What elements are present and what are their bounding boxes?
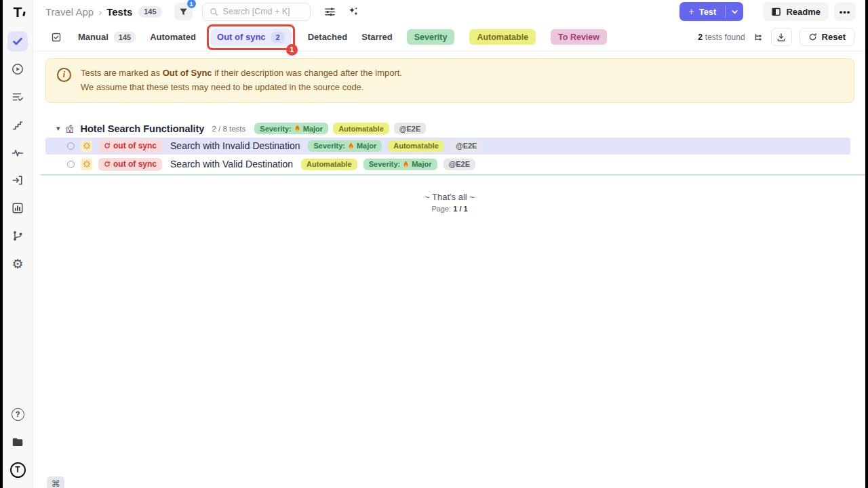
out-of-sync-label: out of sync <box>113 141 157 150</box>
tab-detached[interactable]: Detached <box>308 32 348 42</box>
bar-chart-icon <box>12 202 24 214</box>
tab-starred[interactable]: Starred <box>361 32 393 42</box>
list-check-icon <box>12 91 24 103</box>
book-icon <box>771 7 781 17</box>
funnel-icon <box>179 7 188 16</box>
brand-button[interactable]: T <box>7 460 28 480</box>
branch-icon <box>12 230 24 242</box>
tab-manual-count: 145 <box>114 32 136 43</box>
out-of-sync-pill: out of sync <box>98 140 162 152</box>
tutorial-step-badge: 1 <box>286 44 298 56</box>
sidebar-bottom: ? T <box>7 404 28 488</box>
bulk-edit-button[interactable] <box>51 32 62 43</box>
ai-assistant-button[interactable] <box>348 6 359 17</box>
flame-icon <box>348 142 354 150</box>
docs-button[interactable] <box>7 432 28 452</box>
flame-icon <box>294 125 300 132</box>
tab-manual-label: Manual <box>78 32 108 42</box>
help-button[interactable]: ? <box>7 404 28 424</box>
test-row[interactable]: out of sync Search with Invalid Destinat… <box>45 138 850 155</box>
plus-icon: + <box>688 6 694 17</box>
breadcrumb-separator: › <box>98 6 102 18</box>
info-icon: i <box>57 68 71 82</box>
test-select-circle[interactable] <box>67 161 75 168</box>
info-banner: i Tests are marked as Out of Sync if the… <box>45 58 854 103</box>
banner-line2: We assume that these tests may need to b… <box>81 82 363 92</box>
more-actions-button[interactable]: ••• <box>834 2 856 21</box>
tab-automated[interactable]: Automated <box>150 32 196 42</box>
collapse-chevron-icon[interactable]: ▾ <box>56 124 60 133</box>
pagination-indicator: Page: 1 / 1 <box>34 205 865 213</box>
suite-automatable-badge: Automatable <box>333 123 389 134</box>
export-button[interactable] <box>771 28 792 46</box>
reset-filters-button[interactable]: Reset <box>800 28 854 46</box>
screen-edge-right <box>865 0 868 488</box>
new-test-split-button[interactable]: + Test <box>679 2 743 21</box>
folder-icon <box>12 436 24 448</box>
chevron-down-icon <box>731 8 738 16</box>
severity-value: Major <box>303 125 323 133</box>
clipboard-check-icon <box>51 32 62 43</box>
play-circle-icon <box>12 63 24 75</box>
drop-indicator-line <box>41 174 865 176</box>
sidebar-item-settings[interactable]: ⚙ <box>7 253 28 274</box>
tab-out-of-sync[interactable]: Out of sync 2 1 <box>210 28 292 46</box>
command-icon: ⌘ <box>52 479 60 488</box>
view-settings-button[interactable] <box>324 6 336 18</box>
end-of-list-message: ~ That's all ~ <box>34 192 865 202</box>
filter-button[interactable]: 1 <box>174 3 193 20</box>
test-row[interactable]: out of sync Search with Valid Destinatio… <box>45 156 850 173</box>
filter-pill-severity[interactable]: Severity <box>407 29 455 45</box>
filter-pill-automatable[interactable]: Automatable <box>469 29 536 45</box>
sidebar-item-tests[interactable] <box>7 31 28 52</box>
new-test-button[interactable]: + Test <box>679 2 725 21</box>
tests-tree: ▾ Hotel Search Functionality 2 / 8 tests… <box>34 121 865 176</box>
sidebar-nav: ⚙ <box>7 31 28 274</box>
out-of-sync-spark-icon <box>81 159 92 170</box>
breadcrumb-project[interactable]: Travel App <box>45 6 94 18</box>
test-title: Search with Invalid Destination <box>170 140 300 151</box>
test-tag-badge: @E2E <box>450 140 483 152</box>
search-box[interactable] <box>202 3 311 21</box>
app-logo[interactable]: T <box>3 0 33 23</box>
tab-out-of-sync-label: Out of sync <box>217 32 266 42</box>
download-icon <box>776 33 786 42</box>
command-shortcut-badge[interactable]: ⌘ <box>47 476 64 488</box>
ellipsis-icon: ••• <box>840 7 851 17</box>
results-label: tests found <box>705 33 745 42</box>
search-input[interactable] <box>223 7 303 16</box>
test-select-circle[interactable] <box>67 142 75 150</box>
suite-row[interactable]: ▾ Hotel Search Functionality 2 / 8 tests… <box>34 121 865 136</box>
tree-view-button[interactable] <box>753 33 763 42</box>
sidebar-item-reports[interactable] <box>7 198 28 218</box>
sidebar-item-branches[interactable] <box>7 226 28 246</box>
banner-line1-suffix: if their description was changed after t… <box>212 68 402 78</box>
sidebar-item-import[interactable] <box>7 170 28 190</box>
question-mark-icon: ? <box>12 408 24 421</box>
tests-total-badge: 145 <box>138 6 161 18</box>
tab-automated-label: Automated <box>150 32 196 42</box>
sidebar-item-milestones[interactable] <box>7 115 28 135</box>
suite-title: Hotel Search Functionality <box>81 123 205 134</box>
new-test-dropdown-button[interactable] <box>726 2 743 21</box>
suite-test-count: 2 / 8 tests <box>212 125 245 133</box>
hierarchy-icon <box>753 33 763 42</box>
banner-text: Tests are marked as Out of Sync if their… <box>81 66 402 95</box>
sidebar-item-plans[interactable] <box>7 87 28 107</box>
reset-label: Reset <box>822 32 846 42</box>
readme-button[interactable]: Readme <box>763 2 829 21</box>
pulse-icon <box>12 146 24 159</box>
filter-pill-to-review[interactable]: To Review <box>551 29 607 45</box>
check-icon <box>12 36 23 47</box>
screen-edge-left <box>0 0 3 488</box>
tab-detached-label: Detached <box>308 32 348 42</box>
sidebar-item-runs[interactable] <box>7 59 28 79</box>
tab-manual[interactable]: Manual 145 <box>78 32 136 43</box>
tab-starred-label: Starred <box>361 32 393 42</box>
sidebar-item-pulse[interactable] <box>7 142 28 163</box>
test-title: Search with Valid Destination <box>170 159 293 169</box>
gear-icon: ⚙ <box>12 258 23 270</box>
page-title: Tests <box>106 6 132 18</box>
sliders-icon <box>324 6 336 18</box>
page-label: Page: <box>431 205 451 213</box>
